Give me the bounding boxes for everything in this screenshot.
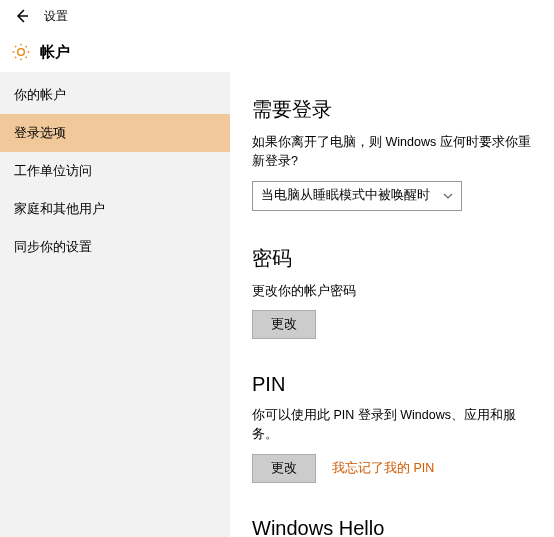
sidebar-item-sign-in-options[interactable]: 登录选项 (0, 114, 230, 152)
sidebar-item-work-access[interactable]: 工作单位访问 (0, 152, 230, 190)
gear-icon (10, 41, 32, 63)
sidebar-item-family-users[interactable]: 家庭和其他用户 (0, 190, 230, 228)
pin-heading: PIN (252, 373, 532, 396)
sidebar-item-your-account[interactable]: 你的帐户 (0, 76, 230, 114)
pin-change-button[interactable]: 更改 (252, 454, 316, 483)
password-desc: 更改你的帐户密码 (252, 282, 532, 301)
require-signin-select[interactable]: 当电脑从睡眠模式中被唤醒时 (252, 181, 462, 211)
arrow-left-icon (14, 8, 30, 24)
password-change-button[interactable]: 更改 (252, 310, 316, 339)
hello-heading: Windows Hello (252, 517, 532, 537)
page-title: 帐户 (40, 43, 70, 62)
pin-desc: 你可以使用此 PIN 登录到 Windows、应用和服务。 (252, 406, 532, 444)
require-signin-select-value: 当电脑从睡眠模式中被唤醒时 (261, 187, 430, 204)
sidebar-item-sync-settings[interactable]: 同步你的设置 (0, 228, 230, 266)
chevron-down-icon (443, 191, 453, 201)
window-title: 设置 (44, 8, 68, 25)
content-area: 需要登录 如果你离开了电脑，则 Windows 应何时要求你重新登录? 当电脑从… (230, 72, 554, 537)
sidebar: 你的帐户 登录选项 工作单位访问 家庭和其他用户 同步你的设置 (0, 72, 230, 537)
require-signin-heading: 需要登录 (252, 96, 532, 123)
back-button[interactable] (8, 2, 36, 30)
pin-forgot-link[interactable]: 我忘记了我的 PIN (332, 460, 434, 477)
require-signin-desc: 如果你离开了电脑，则 Windows 应何时要求你重新登录? (252, 133, 532, 171)
password-heading: 密码 (252, 245, 532, 272)
